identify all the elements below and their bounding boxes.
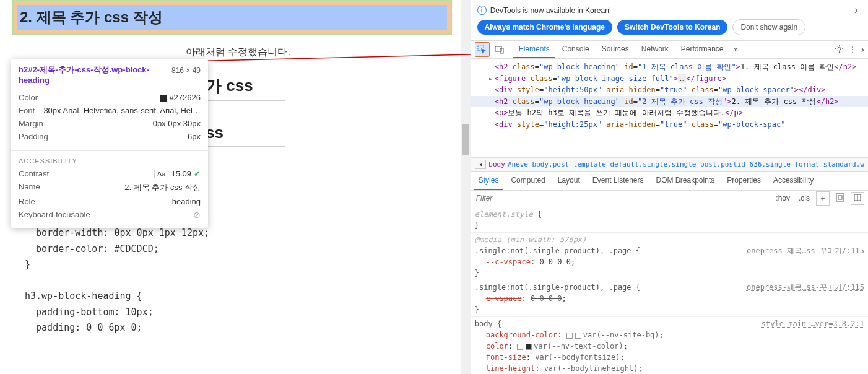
devtools-tab-network[interactable]: Network <box>636 41 674 58</box>
new-style-rule-icon[interactable]: ＋ <box>816 191 830 206</box>
devtools-tab-sources[interactable]: Sources <box>596 41 635 58</box>
breadcrumb-body[interactable]: body <box>488 160 505 168</box>
tooltip-row: Color#272626 <box>19 91 201 104</box>
styles-tab-dom-breakpoints[interactable]: DOM Breakpoints <box>651 172 720 190</box>
tooltip-row: Font30px Arial, Helvetica, sans-serif, A… <box>19 104 201 117</box>
dom-node[interactable]: <h2 class="wp-block-heading" id="1-제목-cl… <box>471 61 868 73</box>
tooltip-acc-row: Roleheading <box>19 195 201 208</box>
css-declaration[interactable]: line-height: var(--bodylineheight); <box>475 363 864 374</box>
element-style-rule[interactable]: element.style { } <box>471 207 868 233</box>
tooltip-row: Margin0px 0px 30px <box>19 117 201 130</box>
tooltip-accessibility-label: ACCESSIBILITY <box>11 154 208 165</box>
banner-text: DevTools is now available in Korean! <box>490 6 611 15</box>
styles-rules-pane[interactable]: element.style { } @media (min-width: 576… <box>471 206 868 374</box>
css-rule[interactable]: .single:not(.single-product), .page { on… <box>471 280 868 317</box>
source-link[interactable]: style-main-…ver=3.8.2:1 <box>762 318 864 329</box>
heading-highlighted: 2. 제목 추가 css 작성 <box>17 5 447 30</box>
source-link[interactable]: onepress-제목…ss-꾸미기/:115 <box>747 282 864 293</box>
toggle-rendering-icon[interactable] <box>851 192 864 205</box>
styles-tab-styles[interactable]: Styles <box>474 172 504 190</box>
info-icon: i <box>477 6 487 15</box>
styles-tab-properties[interactable]: Properties <box>722 172 766 190</box>
scrollbar-thumb[interactable] <box>462 124 469 155</box>
devtools-toolbar: ElementsConsoleSourcesNetworkPerformance… <box>471 40 868 59</box>
dom-node[interactable]: <h2 class="wp-block-heading" id="2-제목-추가… <box>471 96 868 108</box>
hov-toggle[interactable]: :hov <box>773 193 792 204</box>
device-toolbar-icon[interactable] <box>492 42 507 57</box>
devtools-tab-elements[interactable]: Elements <box>513 41 555 58</box>
devtools-locale-banner: i DevTools is now available in Korean! › <box>471 0 868 19</box>
devtools-panel: i DevTools is now available in Korean! ›… <box>471 0 868 374</box>
switch-to-korean-button[interactable]: Switch DevTools to Korean <box>617 20 727 35</box>
close-devtools-icon[interactable]: › <box>861 44 864 55</box>
devtools-tab-performance[interactable]: Performance <box>675 41 729 58</box>
styles-tab-accessibility[interactable]: Accessibility <box>768 172 818 190</box>
styles-tab-layout[interactable]: Layout <box>553 172 585 190</box>
cls-toggle[interactable]: .cls <box>796 193 812 204</box>
dom-node[interactable]: ▸<figure class="wp-block-image size-full… <box>471 73 868 85</box>
more-tabs-icon[interactable]: » <box>732 41 741 58</box>
devtools-tab-console[interactable]: Console <box>557 41 595 58</box>
inspect-element-icon[interactable] <box>475 42 490 57</box>
webpage-viewport: 2. 제목 추가 css 작성 아래처럼 수정했습니다. 가 css ss h2… <box>0 0 471 374</box>
inspected-element-highlight: 2. 제목 추가 css 작성 <box>12 0 452 35</box>
dom-node[interactable]: <div style="height:50px" aria-hidden="tr… <box>471 84 868 96</box>
css-declaration[interactable]: background-color: var(--nv-site-bg); <box>475 329 864 341</box>
dont-show-again-button[interactable]: Don't show again <box>732 19 805 35</box>
dom-node[interactable]: <p>보통 h2와 h3로 제목을 쓰기 때문에 아래처럼 수정했습니다.</p… <box>471 107 868 119</box>
svg-rect-5 <box>836 194 844 201</box>
tooltip-acc-row: ContrastAa15.09✓ <box>19 167 201 180</box>
tooltip-acc-row: Name2. 제목 추가 css 작성 <box>19 180 201 195</box>
css-declaration[interactable]: color: var(--nv-text-color); <box>475 341 864 352</box>
settings-gear-icon[interactable] <box>835 44 844 55</box>
css-rule[interactable]: @media (min-width: 576px) .single:not(.s… <box>471 233 868 280</box>
styles-tab-computed[interactable]: Computed <box>506 172 550 190</box>
tooltip-selector: h2#2-제목-추가-css-작성.wp-block-heading <box>19 65 161 86</box>
dom-node[interactable]: <div style="height:25px" aria-hidden="tr… <box>471 119 868 131</box>
styles-subtabs: StylesComputedLayoutEvent ListenersDOM B… <box>471 172 868 191</box>
banner-close-icon[interactable]: › <box>851 4 862 17</box>
styles-filter-row: :hov .cls ＋ <box>471 191 868 206</box>
dom-tree[interactable]: <h2 class="wp-block-heading" id="1-제목-cl… <box>471 59 868 158</box>
styles-filter-input[interactable] <box>471 191 770 206</box>
tooltip-dimensions: 816 × 49 <box>171 66 201 75</box>
breadcrumb-rest[interactable]: #neve_body.post-template-default.single.… <box>508 160 864 168</box>
source-link[interactable]: onepress-제목…ss-꾸미기/:115 <box>747 245 864 256</box>
svg-rect-6 <box>838 196 842 199</box>
css-declaration[interactable]: --c-vspace: 0 0 0 0; <box>475 256 864 267</box>
svg-point-4 <box>838 47 841 50</box>
kebab-menu-icon[interactable]: ⋮ <box>849 45 856 54</box>
styles-tab-event-listeners[interactable]: Event Listeners <box>588 172 649 190</box>
always-match-language-button[interactable]: Always match Chrome's language <box>477 20 612 35</box>
tooltip-row: Padding6px <box>19 130 201 143</box>
breadcrumb-back-icon[interactable]: ◂ <box>475 160 487 169</box>
element-inspector-tooltip: h2#2-제목-추가-css-작성.wp-block-heading 816 ×… <box>11 59 208 228</box>
dom-breadcrumb[interactable]: ◂ body#neve_body.post-template-default.s… <box>471 158 868 172</box>
css-rule[interactable]: body { style-main-…ver=3.8.2:1 backgroun… <box>471 317 868 374</box>
toggle-computed-icon[interactable] <box>833 192 847 205</box>
css-declaration[interactable]: font-size: var(--bodyfontsize); <box>475 352 864 363</box>
tooltip-acc-row: Keyboard-focusable⊘ <box>19 208 201 222</box>
